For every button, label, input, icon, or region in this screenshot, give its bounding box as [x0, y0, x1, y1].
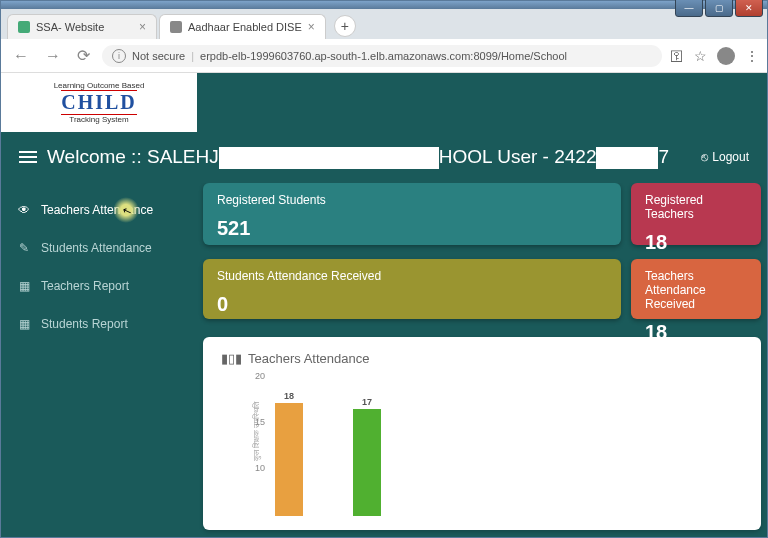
sidebar-item-label: Students Attendance: [41, 241, 152, 255]
card-title: Registered Teachers: [645, 193, 747, 221]
chart-panel: ▮▯▮ Teachers Attendance कुल शिक्षक उपस्थ…: [203, 337, 761, 530]
logo-tagline-sub: Tracking System: [15, 115, 183, 124]
reload-icon[interactable]: ⟳: [73, 46, 94, 65]
info-icon[interactable]: i: [112, 49, 126, 63]
tab-title: Aadhaar Enabled DISE: [188, 21, 302, 33]
report-icon: ▦: [17, 317, 31, 331]
security-label: Not secure: [132, 50, 185, 62]
chart-area: कुल शिक्षक उपस्थिति 20 15 10 18: [251, 376, 743, 516]
tab-aadhaar[interactable]: Aadhaar Enabled DISE ×: [159, 14, 326, 39]
logo-tagline-top: Learning Outcome Based: [15, 81, 183, 90]
star-icon[interactable]: ☆: [694, 48, 707, 64]
profile-icon[interactable]: [717, 47, 735, 65]
back-icon[interactable]: ←: [9, 47, 33, 65]
hamburger-icon[interactable]: [19, 151, 37, 163]
tab-title: SSA- Website: [36, 21, 104, 33]
card-title: Students Attendance Received: [217, 269, 607, 283]
favicon-icon: [18, 21, 30, 33]
browser-tabs: SSA- Website × Aadhaar Enabled DISE × +: [1, 9, 767, 39]
y-tick: 15: [255, 417, 265, 427]
bar-value-label: 18: [284, 391, 294, 401]
chart-bar: 17: [353, 397, 381, 516]
bars-icon: ▮▯▮: [221, 351, 242, 366]
sidebar-item-students-report[interactable]: ▦ Students Report: [1, 305, 197, 343]
forward-icon[interactable]: →: [41, 47, 65, 65]
redacted-block: [596, 147, 658, 169]
card-value: 18: [645, 321, 747, 344]
sidebar-item-students-attendance[interactable]: ✎ Students Attendance: [1, 229, 197, 267]
logo-area: Learning Outcome Based CHILD Tracking Sy…: [1, 73, 197, 132]
tab-ssa[interactable]: SSA- Website ×: [7, 14, 157, 39]
card-value: 0: [217, 293, 607, 316]
window-titlebar: — ▢ ✕: [1, 1, 767, 9]
window-close-button[interactable]: ✕: [735, 0, 763, 17]
logout-icon: ⎋: [701, 150, 708, 164]
address-bar-row: ← → ⟳ i Not secure | erpdb-elb-199960376…: [1, 39, 767, 73]
menu-icon[interactable]: ⋮: [745, 48, 759, 64]
sidebar-item-teachers-attendance[interactable]: 👁 Teachers Attendance ↖: [1, 191, 197, 229]
card-registered-teachers[interactable]: Registered Teachers 18: [631, 183, 761, 245]
welcome-text: Welcome :: SALEHJHOOL User - 24227: [47, 146, 669, 169]
favicon-icon: [170, 21, 182, 33]
card-teachers-attendance[interactable]: Teachers Attendance Received 18: [631, 259, 761, 319]
card-students-attendance[interactable]: Students Attendance Received 0: [203, 259, 621, 319]
new-tab-button[interactable]: +: [334, 15, 356, 37]
bar-rect: [353, 409, 381, 516]
logo-main: CHILD: [61, 90, 137, 115]
main-content: Registered Students 521 Registered Teach…: [197, 183, 767, 537]
key-icon[interactable]: ⚿: [670, 48, 684, 64]
bar-value-label: 17: [362, 397, 372, 407]
address-bar[interactable]: i Not secure | erpdb-elb-1999603760.ap-s…: [102, 45, 662, 67]
sidebar-item-label: Teachers Report: [41, 279, 129, 293]
maximize-button[interactable]: ▢: [705, 0, 733, 17]
chart-bar: 18: [275, 391, 303, 516]
card-title: Registered Students: [217, 193, 607, 207]
card-title: Teachers Attendance Received: [645, 269, 747, 311]
tab-close-icon[interactable]: ×: [139, 20, 146, 34]
bar-rect: [275, 403, 303, 516]
sidebar-item-label: Students Report: [41, 317, 128, 331]
chart-title: ▮▯▮ Teachers Attendance: [221, 351, 743, 366]
card-registered-students[interactable]: Registered Students 521: [203, 183, 621, 245]
sidebar-item-teachers-report[interactable]: ▦ Teachers Report: [1, 267, 197, 305]
y-tick: 10: [255, 463, 265, 473]
tab-close-icon[interactable]: ×: [308, 20, 315, 34]
y-tick: 20: [255, 371, 265, 381]
minimize-button[interactable]: —: [675, 0, 703, 17]
pencil-icon: ✎: [17, 241, 31, 255]
redacted-block: [219, 147, 439, 169]
sidebar: 👁 Teachers Attendance ↖ ✎ Students Atten…: [1, 183, 197, 537]
report-icon: ▦: [17, 279, 31, 293]
logout-button[interactable]: ⎋ Logout: [701, 150, 749, 164]
card-value: 18: [645, 231, 747, 254]
app-body: Learning Outcome Based CHILD Tracking Sy…: [1, 73, 767, 537]
url-text: erpdb-elb-1999603760.ap-south-1.elb.amaz…: [200, 50, 567, 62]
logout-label: Logout: [712, 150, 749, 164]
eye-icon: 👁: [17, 203, 31, 217]
header: Welcome :: SALEHJHOOL User - 24227 ⎋ Log…: [1, 132, 767, 183]
card-value: 521: [217, 217, 607, 240]
